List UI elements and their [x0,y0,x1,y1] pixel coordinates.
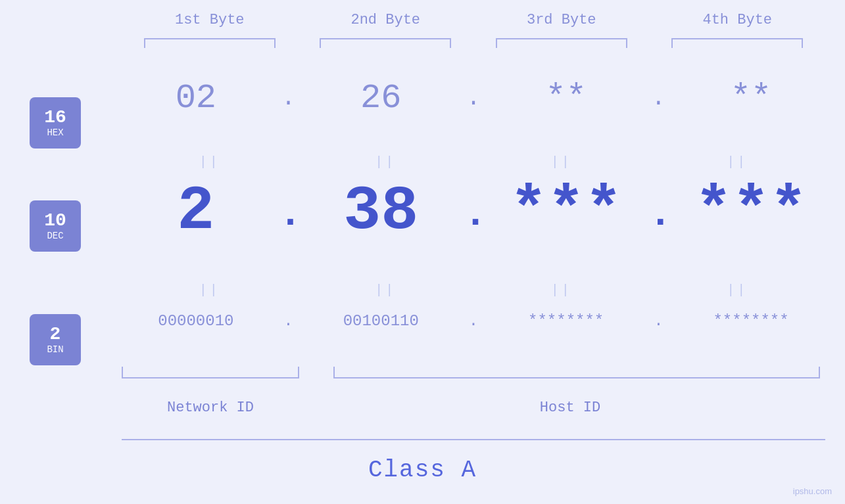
bin-byte-3: ******** [500,312,632,330]
bin-dot-2: . [464,312,483,330]
sep1-byte-3: || [496,154,627,170]
dec-byte-3: *** [500,181,632,243]
badge-hex-label: HEX [47,128,63,138]
hex-byte-3: ** [500,79,632,118]
bin-dot-3: . [648,312,668,330]
bin-byte-2: 00100110 [315,312,447,330]
bracket-byte-3 [496,38,627,48]
class-bracket [122,439,825,440]
dec-dot-3: . [648,192,668,243]
sep1-byte-4: || [671,154,803,170]
dec-byte-4: *** [685,181,817,243]
dec-dot-1: . [279,192,299,243]
badge-bin-number: 2 [50,325,61,345]
bin-dot-1: . [279,312,299,330]
host-id-bracket [333,367,820,378]
dec-byte-1: 2 [130,181,262,243]
byte-label-3: 3rd Byte [496,12,627,28]
badge-dec-number: 10 [44,211,66,231]
host-id-label: Host ID [327,400,813,416]
byte-label-1: 1st Byte [144,12,276,28]
badge-dec: 10 DEC [30,200,81,252]
network-id-bracket [122,367,299,378]
hex-dot-3: . [648,85,668,112]
hex-dot-2: . [464,85,483,112]
sep2-byte-4: || [671,283,803,298]
bracket-byte-1 [144,38,276,48]
bin-byte-1: 00000010 [130,312,262,330]
sep1-byte-1: || [144,154,276,170]
badge-dec-label: DEC [47,231,63,241]
hex-byte-1: 02 [130,79,262,118]
sep2-byte-3: || [496,283,627,298]
network-host-brackets [122,367,820,382]
badge-bin-label: BIN [47,345,63,355]
dec-byte-2: 38 [315,181,447,243]
hex-byte-2: 26 [315,79,447,118]
badge-bin: 2 BIN [30,314,81,365]
bracket-byte-4 [671,38,803,48]
badge-hex: 16 HEX [30,97,81,149]
sep2-byte-1: || [144,283,276,298]
byte-label-2: 2nd Byte [320,12,451,28]
bracket-byte-2 [320,38,451,48]
hex-byte-4: ** [685,79,817,118]
badge-hex-number: 16 [44,108,66,128]
sep1-byte-2: || [320,154,451,170]
bin-byte-4: ******** [685,312,817,330]
byte-label-4: 4th Byte [671,12,803,28]
footer: ipshu.com [793,486,832,496]
hex-dot-1: . [279,85,299,112]
class-label: Class A [0,457,845,484]
dec-dot-2: . [464,192,483,243]
sep2-byte-2: || [320,283,451,298]
network-id-label: Network ID [122,400,299,416]
